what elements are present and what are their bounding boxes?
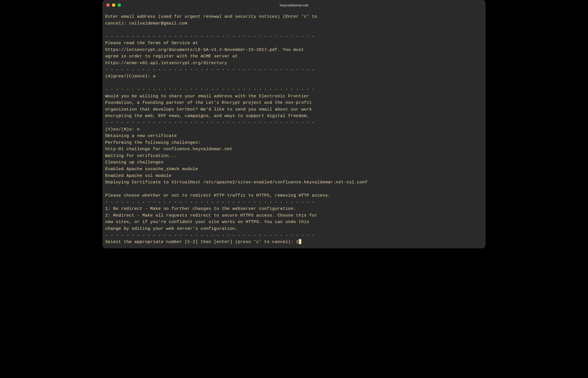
terminal-line: http-01 challenge for confluence.heyvald… [105,146,483,153]
terminal-line: Please read the Terms of Service at [105,40,483,47]
terminal-line: Enter email address (used for urgent ren… [105,14,483,20]
terminal-prompt-line[interactable]: Select the appropriate number [1-2] then… [105,239,483,246]
terminal-line: change by editing your web server's conf… [105,226,483,232]
terminal-line: Enabled Apache socache_shmcb module [105,166,483,173]
terminal-line: Performing the following challenges: [105,140,483,146]
terminal-line: Cleaning up challenges [105,159,483,166]
terminal-line: - - - - - - - - - - - - - - - - - - - - … [105,86,483,93]
terminal-line: 2: Redirect - Make all requests redirect… [105,212,483,219]
terminal-line: Waiting for verification... [105,153,483,159]
terminal-line: agree in order to register with the ACME… [105,53,483,60]
terminal-line: Would you be willing to share your email… [105,93,483,100]
terminal-line: Deploying Certificate to VirtualHost /et… [105,179,483,186]
close-icon[interactable] [106,3,110,7]
terminal-line: Obtaining a new certificate [105,133,483,140]
terminal-line: https://letsencrypt.org/documents/LE-SA-… [105,47,483,53]
terminal-line: - - - - - - - - - - - - - - - - - - - - … [105,232,483,239]
minimize-icon[interactable] [112,3,115,7]
terminal-line: (A)gree/(C)ancel: a [105,73,483,80]
maximize-icon[interactable] [118,3,121,7]
terminal-line: new sites, or if you're confident your s… [105,219,483,226]
terminal-line [105,186,483,193]
terminal-line: encrypting the web, EFF news, campaigns,… [105,113,483,120]
window-title: heyvaldemar.net [280,3,308,7]
terminal-line: organization that develops Certbot? We'd… [105,106,483,113]
terminal-line: cancel): callvaldemar@gmail.com [105,20,483,27]
terminal-line: 1: No redirect - Make no further changes… [105,206,483,212]
terminal-prompt-text: Select the appropriate number [1-2] then… [105,239,299,244]
terminal-line: Enabled Apache ssl module [105,173,483,179]
terminal-line: - - - - - - - - - - - - - - - - - - - - … [105,199,483,206]
terminal-line: - - - - - - - - - - - - - - - - - - - - … [105,33,483,40]
terminal-line: - - - - - - - - - - - - - - - - - - - - … [105,120,483,126]
terminal-line: - - - - - - - - - - - - - - - - - - - - … [105,67,483,73]
terminal-line: (Y)es/(N)o: n [105,126,483,133]
terminal-line: Please choose whether or not to redirect… [105,192,483,199]
titlebar: heyvaldemar.net [102,0,486,10]
terminal-line: https://acme-v02.api.letsencrypt.org/dir… [105,60,483,67]
terminal-window: heyvaldemar.net Enter email address (use… [102,0,486,248]
terminal-line [105,80,483,87]
traffic-lights [106,3,121,7]
terminal-line: Foundation, a founding partner of the Le… [105,100,483,106]
cursor-icon [299,239,301,244]
terminal-body[interactable]: Enter email address (used for urgent ren… [102,10,486,248]
terminal-line [105,27,483,33]
